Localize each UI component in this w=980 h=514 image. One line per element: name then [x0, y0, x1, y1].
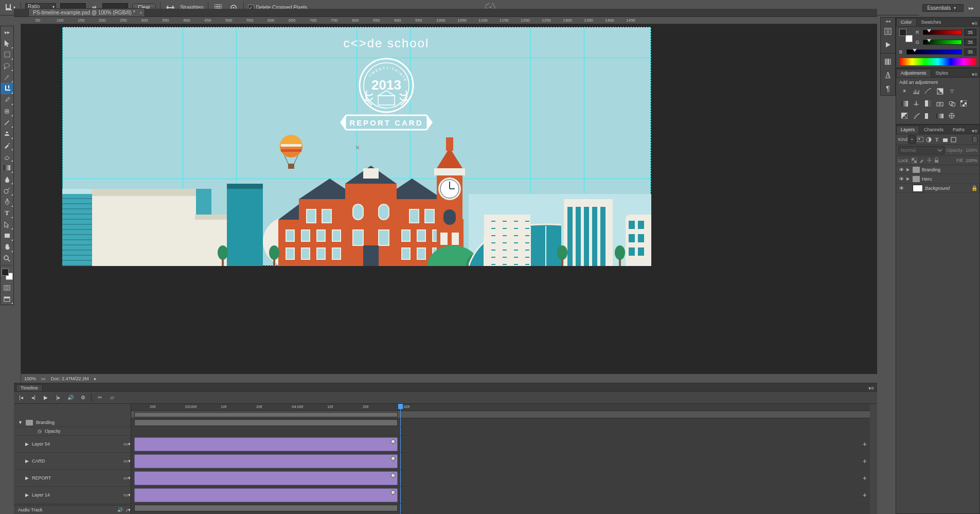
eyedropper-tool[interactable]: [1, 94, 13, 105]
zoom-tool[interactable]: [1, 253, 13, 264]
lasso-tool[interactable]: [1, 60, 13, 72]
go-to-start-icon[interactable]: |◂: [17, 394, 25, 402]
actions-panel-icon[interactable]: [881, 38, 895, 51]
hue-icon[interactable]: [900, 99, 908, 108]
canvas-viewport[interactable]: c<>de school TWENTY-THIRTEEN 2013: [21, 24, 877, 374]
add-keyframe-icon[interactable]: +: [863, 474, 867, 482]
visibility-icon[interactable]: 👁: [898, 176, 904, 182]
canvas[interactable]: c<>de school TWENTY-THIRTEEN 2013: [62, 27, 651, 266]
close-tab-icon[interactable]: ×: [139, 10, 142, 15]
dodge-tool[interactable]: [1, 185, 13, 196]
marquee-tool[interactable]: [1, 49, 13, 60]
add-keyframe-icon[interactable]: +: [863, 491, 867, 499]
exposure-icon[interactable]: [936, 87, 944, 95]
tab-channels[interactable]: Channels: [919, 126, 948, 134]
document-tab[interactable]: PS-timeline-example.psd @ 100% (RGB/8) *…: [28, 8, 145, 16]
filter-type-icon[interactable]: T: [933, 136, 940, 143]
expand-icon[interactable]: ▶: [906, 167, 911, 172]
filter-toggle[interactable]: [972, 136, 977, 143]
transition-icon[interactable]: ▱: [108, 394, 116, 402]
panel-menu-icon[interactable]: ▾≡: [970, 21, 979, 26]
layer-row[interactable]: 👁 Background 🔒: [896, 184, 979, 193]
color-balance-icon[interactable]: [912, 99, 920, 108]
tab-paths[interactable]: Paths: [948, 126, 969, 134]
add-keyframe-icon[interactable]: +: [863, 440, 867, 448]
track-menu-icon[interactable]: ▭▾: [123, 492, 131, 498]
lock-position-icon[interactable]: [926, 157, 932, 163]
hand-tool[interactable]: [1, 241, 13, 253]
timeline-tracks-area[interactable]: 20f03:00f10f20f04:00f10f20f05:00f + + + …: [131, 404, 870, 514]
lock-all-icon[interactable]: [934, 157, 939, 163]
gradient-map-icon[interactable]: [936, 112, 944, 120]
track-opacity[interactable]: [131, 427, 870, 436]
music-icon[interactable]: ♪▾: [126, 507, 131, 512]
track-menu-icon[interactable]: ▭▾: [123, 441, 131, 447]
track-menu-icon[interactable]: ▭▾: [123, 458, 131, 464]
track-card[interactable]: +: [131, 453, 870, 470]
filter-kind-select[interactable]: ⌄: [908, 135, 916, 144]
layer-name[interactable]: Background: [925, 186, 950, 191]
track-header-layer54[interactable]: ▶Layer 54▭▾: [14, 436, 131, 453]
blur-tool[interactable]: [1, 173, 13, 185]
filter-pixel-icon[interactable]: [917, 136, 924, 143]
move-tool[interactable]: [1, 38, 13, 49]
brushes-panel-icon[interactable]: [881, 55, 895, 68]
stopwatch-icon[interactable]: ◷: [38, 429, 42, 434]
levels-icon[interactable]: [912, 87, 920, 95]
eraser-tool[interactable]: [1, 151, 13, 162]
visibility-icon[interactable]: 👁: [898, 167, 904, 172]
workspace-menu-icon[interactable]: ▸▸: [966, 2, 977, 13]
expand-dock-icon[interactable]: ◂◂: [881, 17, 895, 25]
zoom-level[interactable]: 100%: [24, 376, 36, 381]
lock-transparency-icon[interactable]: [912, 158, 917, 163]
path-selection-tool[interactable]: [1, 219, 13, 230]
track-header-layer14[interactable]: ▶Layer 14▭▾: [14, 487, 131, 504]
g-value[interactable]: 35: [964, 39, 976, 46]
pen-tool[interactable]: [1, 196, 13, 207]
selective-color-icon[interactable]: [948, 112, 956, 120]
history-brush-tool[interactable]: [1, 139, 13, 151]
track-branding[interactable]: [131, 418, 870, 427]
color-lookup-icon[interactable]: [959, 99, 968, 108]
blend-mode-select[interactable]: Normal: [898, 146, 945, 154]
track-menu-icon[interactable]: ▭▾: [123, 475, 131, 481]
type-tool[interactable]: T: [1, 207, 13, 219]
tab-layers[interactable]: Layers: [896, 126, 919, 134]
tab-color[interactable]: Color: [896, 18, 917, 26]
track-hero[interactable]: [131, 504, 870, 512]
track-layer14[interactable]: +: [131, 487, 870, 504]
tab-adjustments[interactable]: Adjustments: [896, 69, 931, 77]
channel-mixer-icon[interactable]: [948, 99, 956, 108]
panel-menu-icon[interactable]: ▾≡: [970, 72, 979, 77]
play-icon[interactable]: ▶: [42, 394, 50, 402]
quick-mask-icon[interactable]: [1, 282, 13, 293]
track-header-card[interactable]: ▶CARD▭▾: [14, 453, 131, 470]
brightness-icon[interactable]: ☀: [900, 87, 908, 95]
mute-track-icon[interactable]: 🔊: [117, 507, 123, 512]
vertical-ruler[interactable]: [14, 24, 21, 383]
preview-icon[interactable]: ▭: [41, 376, 46, 381]
status-menu-icon[interactable]: ▸: [94, 376, 97, 381]
filter-adjust-icon[interactable]: [925, 136, 932, 143]
invert-icon[interactable]: [900, 112, 908, 120]
magic-wand-tool[interactable]: [1, 72, 13, 83]
split-clip-icon[interactable]: ✂: [96, 394, 104, 402]
color-spectrum[interactable]: [899, 58, 976, 65]
layer-name[interactable]: Hero: [922, 176, 932, 182]
collapse-tools-icon[interactable]: ▸▸: [1, 26, 13, 38]
character-panel-icon[interactable]: A: [881, 68, 895, 82]
bw-icon[interactable]: [924, 99, 932, 108]
r-slider[interactable]: [923, 30, 962, 35]
layer-name[interactable]: Branding: [922, 167, 940, 172]
timeline-settings-icon[interactable]: ⚙: [79, 394, 87, 402]
opacity-value[interactable]: 100%: [966, 148, 977, 153]
prev-frame-icon[interactable]: ◂|: [29, 394, 38, 402]
track-header-branding[interactable]: ▼Branding: [14, 418, 131, 427]
crop-tool[interactable]: [1, 83, 13, 94]
visibility-icon[interactable]: 👁: [898, 186, 904, 191]
tab-styles[interactable]: Styles: [931, 69, 953, 77]
tab-swatches[interactable]: Swatches: [917, 18, 946, 26]
paragraph-panel-icon[interactable]: ¶: [881, 82, 895, 95]
track-header-report[interactable]: ▶REPORT▭▾: [14, 470, 131, 487]
track-header-audio[interactable]: Audio Track 🔊 ♪▾: [14, 505, 131, 514]
